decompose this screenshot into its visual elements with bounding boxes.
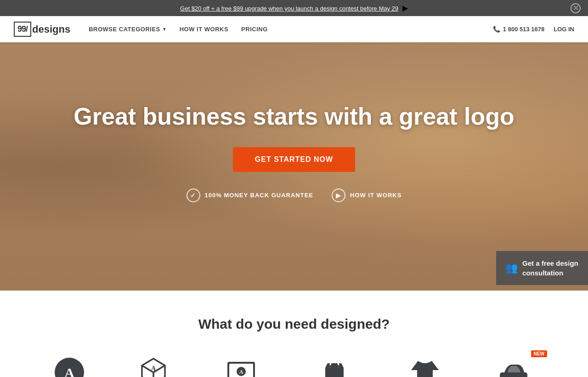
login-link[interactable]: LOG IN	[554, 26, 574, 33]
hero-badges: ✓ 100% MONEY BACK GUARANTEE ▶ HOW IT WOR…	[74, 188, 514, 202]
svg-rect-13	[500, 372, 527, 377]
logo[interactable]: 99/ designs	[14, 22, 70, 37]
svg-point-12	[337, 365, 339, 368]
design-item-logo[interactable]: A Logo design	[28, 354, 111, 377]
design-item-tshirt[interactable]: T-shirt design	[383, 354, 467, 377]
logo-website-icon: A	[223, 354, 260, 377]
nav-right: 📞 1 800 513 1678 LOG IN	[493, 26, 574, 33]
checkmark-icon: ✓	[187, 188, 200, 202]
banner-link[interactable]: Get $20 off + a free $99 upgrade when yo…	[180, 5, 398, 12]
svg-text:A: A	[64, 365, 74, 377]
phone-icon: 📞	[493, 26, 500, 33]
design-section: What do you need designed? A Logo design	[0, 291, 588, 377]
logo-design-icon: A	[51, 354, 88, 377]
phone-number: 📞 1 800 513 1678	[493, 26, 544, 33]
design-item-car[interactable]: NEW Car wrap design	[467, 354, 560, 377]
design-grid: A Logo design A Brand identity	[28, 354, 560, 377]
design-item-packaging[interactable]: Packaging design	[286, 354, 383, 377]
navbar: 99/ designs BROWSE CATEGORIES ▼ HOW IT W…	[0, 16, 588, 42]
browse-categories-link[interactable]: BROWSE CATEGORIES	[89, 26, 160, 33]
svg-text:A: A	[239, 369, 243, 375]
new-badge: NEW	[531, 350, 547, 357]
how-it-works-badge[interactable]: ▶ HOW IT WORKS	[332, 188, 401, 202]
brand-identity-icon: A	[135, 354, 172, 377]
play-icon: ▶	[332, 188, 345, 202]
svg-text:A: A	[151, 365, 156, 372]
get-started-button[interactable]: GET STARTED NOW	[233, 147, 355, 172]
design-section-title: What do you need designed?	[28, 316, 560, 332]
banner-close-button[interactable]: ✕	[571, 3, 581, 13]
packaging-design-icon	[316, 354, 353, 377]
hero-content: Great business starts with a great logo …	[64, 103, 523, 202]
svg-point-11	[329, 365, 332, 368]
consultation-widget[interactable]: 👥 Get a free design consultation	[496, 251, 588, 285]
logo-text: designs	[32, 23, 70, 35]
pricing-nav-link[interactable]: PRICING	[241, 26, 268, 33]
logo-box: 99/	[14, 22, 31, 37]
tshirt-design-icon	[407, 354, 443, 377]
car-wrap-design-icon	[495, 354, 532, 377]
browse-categories-nav[interactable]: BROWSE CATEGORIES ▼	[89, 26, 167, 33]
top-banner: Get $20 off + a free $99 upgrade when yo…	[0, 0, 588, 16]
dropdown-arrow-icon: ▼	[162, 27, 167, 32]
nav-links: BROWSE CATEGORIES ▼ HOW IT WORKS PRICING	[89, 26, 493, 33]
consultation-text: Get a free design consultation	[522, 258, 579, 278]
design-item-website[interactable]: A Logo & website	[196, 354, 286, 377]
how-it-works-nav-link[interactable]: HOW IT WORKS	[180, 26, 228, 33]
consultation-people-icon: 👥	[505, 261, 518, 275]
hero-title: Great business starts with a great logo	[74, 103, 514, 131]
design-item-brand[interactable]: A Brand identity	[111, 354, 196, 377]
money-back-badge: ✓ 100% MONEY BACK GUARANTEE	[187, 188, 313, 202]
